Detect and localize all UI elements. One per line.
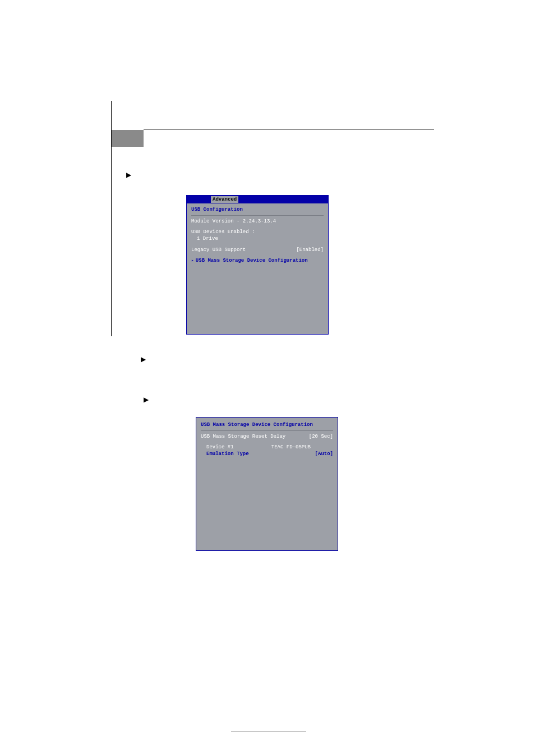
legacy-usb-value: [Enabled]: [296, 247, 324, 254]
tab-advanced: Advanced: [210, 196, 239, 203]
usb-devices-value: 1 Drive: [191, 236, 324, 243]
reset-delay-label: USB Mass Storage Reset Delay: [201, 434, 285, 440]
bios-tab-bar: Advanced: [187, 196, 328, 203]
bios-usb-config-panel: Advanced USB Configuration Module Versio…: [186, 195, 329, 335]
triangle-bullet-icon: ▶: [141, 355, 146, 363]
panel-title: USB Configuration: [191, 207, 324, 214]
usb-devices-label: USB Devices Enabled :: [191, 229, 324, 236]
triangle-bullet-icon: ▶: [144, 396, 149, 403]
horizontal-divider: [144, 129, 434, 129]
panel-divider: [201, 430, 333, 431]
bios-mass-storage-panel: USB Mass Storage Device Configuration US…: [196, 417, 338, 551]
footer-divider: [231, 731, 306, 731]
emulation-type-value: [Auto]: [315, 451, 333, 458]
submenu-usb-mass-storage: USB Mass Storage Device Configuration: [191, 258, 324, 265]
panel-divider: [191, 215, 324, 216]
emulation-type-label: Emulation Type: [206, 451, 249, 458]
triangle-bullet-icon: ▶: [126, 171, 131, 179]
device-value: TEAC FD-05PUB: [271, 444, 311, 451]
legacy-usb-label: Legacy USB Support: [191, 247, 246, 254]
module-version: Module Version - 2.24.3-13.4: [191, 219, 324, 225]
reset-delay-value: [20 Sec]: [309, 434, 333, 440]
panel-title: USB Mass Storage Device Configuration: [201, 422, 333, 429]
chapter-marker: [112, 130, 144, 147]
device-label: Device #1: [206, 444, 234, 451]
